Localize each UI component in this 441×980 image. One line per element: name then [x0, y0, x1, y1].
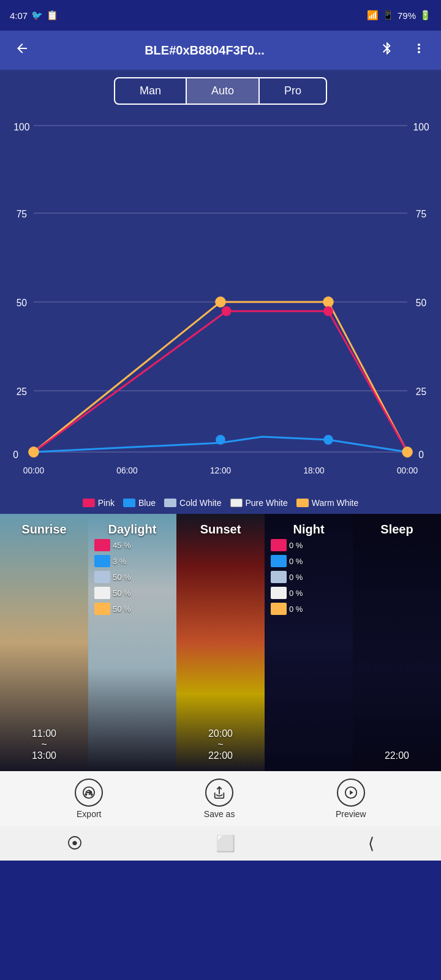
svg-text:25: 25 [416, 386, 427, 397]
svg-text:0: 0 [418, 450, 424, 460]
svg-marker-31 [350, 790, 353, 794]
svg-point-22 [323, 297, 333, 307]
svg-text:100: 100 [13, 122, 29, 132]
legend-pink-label: Pink [98, 498, 115, 508]
svg-text:00:00: 00:00 [23, 466, 45, 475]
daylight-pink-pct: 45 % [113, 541, 131, 550]
app-bar: BLE#0xB8804F3F0... [0, 31, 441, 70]
svg-point-27 [324, 435, 333, 444]
svg-text:06:00: 06:00 [116, 466, 138, 475]
sunrise-time: 11:00~13:00 [32, 728, 56, 761]
slot-sunset[interactable]: Sunset 20:00~22:00 [176, 514, 265, 771]
legend-cold-white-swatch [164, 499, 176, 507]
daylight-color-pure-white: 50 % [94, 587, 170, 599]
battery-icon: 🔋 [420, 10, 431, 21]
night-warm-swatch [271, 603, 287, 615]
svg-text:50: 50 [416, 298, 427, 308]
export-icon [75, 778, 103, 807]
legend-pure-white-swatch [230, 499, 243, 507]
slot-night[interactable]: Night 0 % 0 % 0 % 0 % [265, 514, 353, 771]
svg-point-23 [402, 447, 412, 457]
sunset-time: 20:00~22:00 [208, 728, 233, 761]
slot-daylight[interactable]: Daylight 45 % 3 % 50 % 50 % [88, 514, 176, 771]
save-as-icon [205, 778, 233, 807]
slot-sunrise[interactable]: Sunrise 11:00~13:00 [0, 514, 88, 771]
status-right: 📶 📱 79% 🔋 [367, 10, 431, 21]
bluetooth-button[interactable] [375, 41, 399, 59]
night-color-cold-white: 0 % [271, 571, 347, 583]
time-display: 4:07 [10, 10, 28, 21]
night-title: Night [293, 522, 324, 537]
mode-tab-group: Man Auto Pro [114, 77, 327, 105]
legend-warm-white-swatch [296, 499, 309, 507]
legend-pure-white: Pure White [230, 498, 288, 508]
daylight-color-pink: 45 % [94, 539, 170, 551]
night-pure-pct: 0 % [289, 589, 303, 598]
svg-point-20 [29, 447, 39, 457]
nav-bar: ⦿ ⬜ ⟨ [0, 826, 441, 861]
svg-text:75: 75 [17, 209, 28, 219]
daylight-color-cold-white: 50 % [94, 571, 170, 583]
save-as-button[interactable]: Save as [204, 778, 235, 819]
legend-pink-swatch [83, 499, 95, 507]
daylight-cold-pct: 50 % [113, 573, 131, 582]
night-pink-pct: 0 % [289, 541, 303, 550]
tab-auto[interactable]: Auto [187, 78, 260, 104]
night-color-warm-white: 0 % [271, 603, 347, 615]
legend-warm-white-label: Warm White [312, 498, 358, 508]
svg-point-21 [216, 297, 225, 307]
preview-icon [337, 778, 365, 807]
clipboard-icon: 📋 [47, 10, 58, 21]
bottom-toolbar: Export Save as Preview [0, 771, 441, 826]
legend-cold-white-label: Cold White [179, 498, 221, 508]
save-as-label: Save as [204, 809, 235, 819]
svg-text:25: 25 [17, 386, 28, 397]
sunset-title: Sunset [200, 522, 241, 537]
night-warm-pct: 0 % [289, 605, 303, 614]
daylight-warm-pct: 50 % [113, 605, 131, 614]
night-color-pink: 0 % [271, 539, 347, 551]
svg-text:75: 75 [416, 209, 427, 219]
chart-svg: 100 75 50 25 0 100 75 50 25 0 00:00 06:0… [5, 112, 436, 492]
night-color-pure-white: 0 % [271, 587, 347, 599]
night-blue-pct: 0 % [289, 557, 303, 566]
daylight-pink-swatch [94, 539, 110, 551]
preview-button[interactable]: Preview [336, 778, 366, 819]
slot-sleep[interactable]: Sleep 22:00 [353, 514, 441, 771]
nav-recent-apps[interactable]: ⦿ [67, 834, 83, 853]
daylight-title: Daylight [108, 522, 157, 537]
night-pure-swatch [271, 587, 287, 599]
wifi-icon: 📶 [367, 10, 379, 21]
chart-legend: Pink Blue Cold White Pure White Warm Whi… [0, 492, 441, 514]
sleep-time: 22:00 [385, 750, 409, 761]
night-cold-swatch [271, 571, 287, 583]
nav-back[interactable]: ⟨ [368, 834, 374, 853]
svg-text:12:00: 12:00 [210, 466, 232, 475]
svg-text:00:00: 00:00 [397, 466, 418, 475]
mode-tabs: Man Auto Pro [0, 70, 441, 112]
tab-man[interactable]: Man [115, 78, 187, 104]
daylight-pure-pct: 50 % [113, 589, 131, 598]
svg-point-24 [222, 307, 231, 315]
svg-point-26 [216, 435, 225, 444]
nav-home[interactable]: ⬜ [216, 834, 235, 853]
export-button[interactable]: Export [75, 778, 103, 819]
svg-text:50: 50 [17, 298, 28, 308]
signal-bars-icon: 📱 [382, 10, 394, 21]
night-color-blue: 0 % [271, 555, 347, 567]
svg-text:0: 0 [13, 450, 18, 460]
legend-blue: Blue [123, 498, 156, 508]
svg-text:18:00: 18:00 [303, 466, 325, 475]
daylight-color-blue: 3 % [94, 555, 170, 567]
tab-pro[interactable]: Pro [260, 78, 326, 104]
daylight-color-warm-white: 50 % [94, 603, 170, 615]
signal-icon: 🐦 [31, 10, 43, 21]
daylight-cold-swatch [94, 571, 110, 583]
daylight-pure-swatch [94, 587, 110, 599]
back-button[interactable] [10, 41, 34, 59]
status-bar: 4:07 🐦 📋 📶 📱 79% 🔋 [0, 0, 441, 31]
night-pink-swatch [271, 539, 287, 551]
daylight-colors: 45 % 3 % 50 % 50 % 50 % [91, 539, 174, 615]
more-options-button[interactable] [407, 41, 431, 59]
preview-label: Preview [336, 809, 366, 819]
